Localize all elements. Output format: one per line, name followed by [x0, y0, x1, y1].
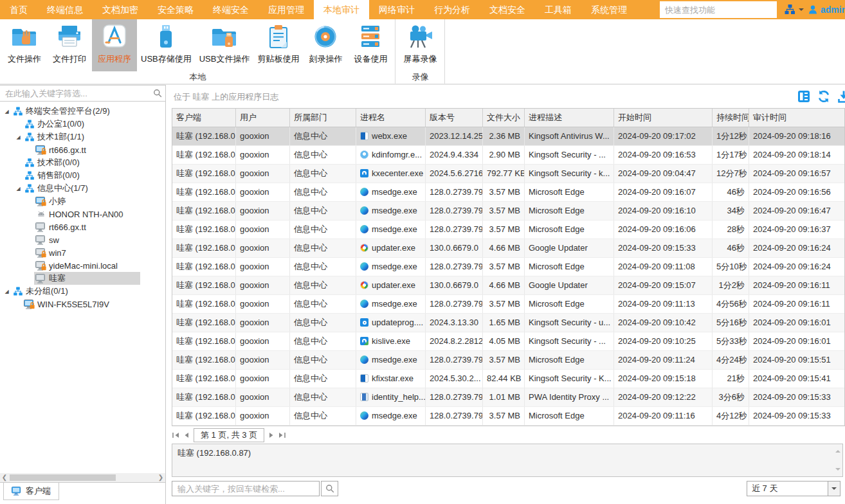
column-header[interactable]: 文件大小 [483, 109, 525, 127]
tree-item[interactable]: 技术部(0/0) [0, 156, 165, 169]
chevron-down-icon[interactable] [828, 482, 840, 496]
menu-item[interactable]: 终端安全 [203, 0, 259, 19]
table-row[interactable]: 哇塞 (192.168.0...gooxion信息中心updater.exe13… [172, 276, 844, 295]
ribbon-button[interactable]: 刻录操作 [303, 19, 348, 71]
menu-item[interactable]: 行为分析 [424, 0, 480, 19]
chevron-down-icon[interactable] [799, 8, 804, 14]
table-row[interactable]: 哇塞 (192.168.0...gooxion信息中心kislive.exe20… [172, 332, 844, 351]
tree-item[interactable]: ◢未分组(0/1) [0, 285, 165, 298]
table-row[interactable]: 哇塞 (192.168.0...gooxion信息中心identity_help… [172, 388, 844, 407]
expander-icon[interactable]: ◢ [14, 186, 23, 192]
tree-item[interactable]: yideMac-mini.local [0, 259, 165, 272]
pc-online-lock-icon [35, 197, 47, 206]
expander-icon[interactable]: ◢ [14, 134, 23, 140]
admin-label[interactable]: admin [821, 0, 845, 19]
pager-label: 第 1 页, 共 3 页 [194, 428, 264, 442]
menu-item[interactable]: 系统管理 [581, 0, 637, 19]
menu-item[interactable]: 文档安全 [480, 0, 535, 19]
export-icon[interactable] [837, 90, 845, 103]
scroll-left-icon[interactable]: ❮ [0, 473, 9, 482]
table-row[interactable]: 哇塞 (192.168.0...gooxion信息中心updateprog...… [172, 314, 844, 332]
time-range-select[interactable]: 近 7 天 [747, 481, 840, 496]
table-row[interactable]: 哇塞 (192.168.0...gooxion信息中心msedge.exe128… [172, 295, 844, 314]
tree-item[interactable]: ◢技术1部(1/1) [0, 130, 165, 143]
column-header[interactable]: 版本号 [426, 109, 483, 127]
cell-dept: 信息中心 [290, 202, 356, 220]
columns-icon[interactable] [797, 90, 810, 103]
expander-icon[interactable]: ◢ [3, 289, 11, 294]
column-header[interactable]: 用户 [236, 109, 290, 127]
hierarchy-icon[interactable] [785, 4, 795, 15]
ribbon-button[interactable]: 设备使用 [348, 19, 393, 71]
cell-start: 2024-09-20 09:16:06 [614, 221, 713, 239]
table-row[interactable]: 哇塞 (192.168.0...gooxion信息中心msedge.exe128… [172, 183, 844, 202]
ribbon-button[interactable]: 应用程序 [92, 19, 137, 71]
menu-item[interactable]: 安全策略 [148, 0, 203, 19]
menu-item[interactable]: 网络审计 [369, 0, 424, 19]
tree-item[interactable]: 办公室1(0/0) [0, 118, 165, 130]
table-row[interactable]: 哇塞 (192.168.0...gooxion信息中心updater.exe13… [172, 239, 844, 258]
pager-last-icon[interactable] [278, 432, 286, 438]
tree-item[interactable]: 销售部(0/0) [0, 169, 165, 182]
column-header[interactable]: 客户端 [172, 109, 236, 127]
column-header[interactable]: 审计时间 [749, 109, 845, 127]
ribbon-button[interactable]: USB存储使用 [137, 19, 195, 71]
tree-item[interactable]: 小婷 [0, 195, 165, 208]
pager-next-icon[interactable] [269, 432, 274, 438]
tree-item[interactable]: win7 [0, 246, 165, 259]
scroll-down-icon[interactable] [835, 468, 840, 473]
search-icon[interactable] [153, 89, 162, 100]
table-row[interactable]: 哇塞 (192.168.0...gooxion信息中心msedge.exe128… [172, 407, 844, 426]
ribbon-button[interactable]: USB文件操作 [195, 19, 254, 71]
menu-item[interactable]: 工具箱 [535, 0, 581, 19]
ribbon-button[interactable]: 屏幕录像 [397, 19, 442, 71]
scrollbar-thumb[interactable] [10, 474, 116, 481]
column-header[interactable]: 持续时间 [713, 109, 749, 127]
table-row[interactable]: 哇塞 (192.168.0...gooxion信息中心kxecenter.exe… [172, 165, 844, 183]
tree-item[interactable]: 哇塞 [0, 272, 165, 285]
pager-prev-icon[interactable] [184, 432, 189, 438]
menu-item[interactable]: 文档加密 [93, 0, 148, 19]
cell-ver: 128.0.2739.79 [426, 202, 483, 220]
keyword-search-input[interactable] [172, 481, 320, 496]
table-row[interactable]: 哇塞 (192.168.0...gooxion信息中心msedge.exe128… [172, 221, 844, 239]
sidebar-horizontal-scrollbar[interactable]: ❮ ❯ [0, 473, 165, 482]
column-header[interactable]: 进程名 [356, 109, 426, 127]
scroll-right-icon[interactable]: ❯ [156, 473, 165, 482]
cell-dept: 信息中心 [290, 295, 356, 313]
menu-item[interactable]: 应用管理 [259, 0, 314, 19]
menu-item[interactable]: 首页 [0, 0, 37, 19]
tree-item[interactable]: ◢信息中心(1/7) [0, 182, 165, 195]
tab-clients[interactable]: 客户端 [3, 483, 59, 500]
ribbon-button[interactable]: 剪贴板使用 [253, 19, 303, 71]
table-row[interactable]: 哇塞 (192.168.0...gooxion信息中心msedge.exe128… [172, 351, 844, 370]
tree-item[interactable]: HONOR NTH-AN00 [0, 208, 165, 221]
expander-icon[interactable]: ◢ [3, 109, 11, 114]
ribbon-button[interactable]: 文件打印 [47, 19, 92, 71]
table-row[interactable]: 哇塞 (192.168.0...gooxion信息中心msedge.exe128… [172, 202, 844, 221]
tree-item[interactable]: rt666.gx.tt [0, 143, 165, 156]
tree-filter-input[interactable] [0, 86, 165, 101]
menu-item[interactable]: 本地审计 [314, 0, 369, 19]
cell-client: 哇塞 (192.168.0... [172, 388, 236, 406]
cell-client: 哇塞 (192.168.0... [172, 165, 236, 183]
table-row[interactable]: 哇塞 (192.168.0...gooxion信息中心webx.exe2023.… [172, 127, 844, 146]
column-header[interactable]: 进程描述 [525, 109, 614, 127]
column-header[interactable]: 开始时间 [614, 109, 713, 127]
scroll-up-icon[interactable] [835, 447, 840, 453]
ribbon-button[interactable]: 文件操作 [2, 19, 47, 71]
tree-item[interactable]: ◢终端安全管控平台(2/9) [0, 105, 165, 118]
table-row[interactable]: 哇塞 (192.168.0...gooxion信息中心kfixstar.exe2… [172, 370, 844, 388]
table-row[interactable]: 哇塞 (192.168.0...gooxion信息中心msedge.exe128… [172, 258, 844, 276]
refresh-icon[interactable] [817, 90, 830, 103]
kislive-icon [360, 337, 368, 345]
table-row[interactable]: 哇塞 (192.168.0...gooxion信息中心kdinfomgr.e..… [172, 146, 844, 165]
tree-item[interactable]: WIN-FK5SE5L7I9V [0, 298, 165, 310]
tree-item[interactable]: rt666.gx.tt [0, 221, 165, 233]
quick-search-input[interactable] [660, 1, 777, 18]
column-header[interactable]: 所属部门 [290, 109, 356, 127]
tree-item[interactable]: sw [0, 233, 165, 246]
menu-item[interactable]: 终端信息 [37, 0, 93, 19]
pager-first-icon[interactable] [172, 432, 179, 438]
search-button[interactable] [321, 481, 338, 496]
